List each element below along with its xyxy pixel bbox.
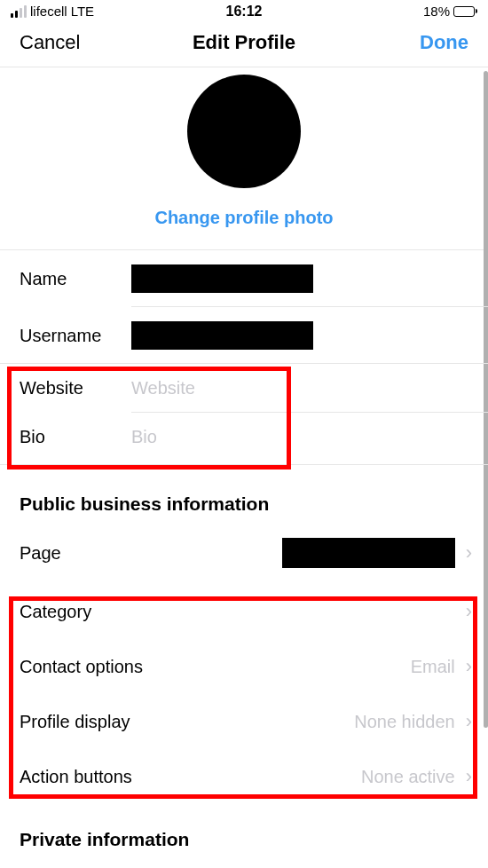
signal-icon: [11, 5, 27, 18]
private-header: Private information: [0, 804, 488, 857]
bio-label: Bio: [20, 427, 131, 447]
clock: 16:12: [226, 4, 263, 20]
done-button[interactable]: Done: [420, 31, 468, 54]
cancel-button[interactable]: Cancel: [20, 31, 80, 54]
action-buttons-row[interactable]: Action buttons None active ›: [0, 749, 488, 804]
website-label: Website: [20, 378, 131, 398]
website-input[interactable]: Website: [131, 378, 488, 398]
chevron-right-icon: ›: [466, 655, 472, 678]
contact-options-row[interactable]: Contact options Email ›: [0, 639, 488, 694]
avatar-section: Change profile photo: [0, 67, 488, 250]
profile-display-row[interactable]: Profile display None hidden ›: [0, 694, 488, 749]
business-header: Public business information: [0, 465, 488, 522]
page-row[interactable]: Page ›: [0, 522, 488, 584]
username-label: Username: [20, 326, 131, 346]
bio-row[interactable]: Bio Bio: [0, 413, 488, 465]
change-photo-button[interactable]: Change profile photo: [154, 208, 333, 228]
actions-value: None active: [361, 767, 455, 787]
name-redacted: [131, 264, 313, 293]
status-bar: lifecell LTE 16:12 18%: [0, 0, 488, 20]
page-redacted: [282, 538, 455, 568]
page-title: Edit Profile: [193, 31, 295, 54]
contact-value: Email: [411, 657, 455, 677]
chevron-right-icon: ›: [466, 541, 472, 564]
nav-bar: Cancel Edit Profile Done: [0, 20, 488, 67]
display-value: None hidden: [354, 712, 454, 732]
chevron-right-icon: ›: [466, 765, 472, 788]
carrier-label: lifecell: [30, 4, 67, 19]
battery-icon: [453, 6, 477, 17]
username-row[interactable]: Username: [0, 307, 488, 364]
chevron-right-icon: ›: [466, 600, 472, 623]
chevron-right-icon: ›: [466, 710, 472, 733]
actions-label: Action buttons: [20, 767, 361, 787]
bio-input[interactable]: Bio: [131, 427, 488, 447]
contact-label: Contact options: [20, 657, 411, 677]
category-row[interactable]: Category ›: [0, 584, 488, 639]
page-label: Page: [20, 543, 282, 564]
name-row[interactable]: Name: [0, 250, 488, 307]
battery-percent: 18%: [423, 4, 450, 19]
category-label: Category: [20, 602, 455, 622]
name-label: Name: [20, 269, 131, 289]
username-redacted: [131, 321, 313, 350]
network-label: LTE: [71, 4, 94, 19]
display-label: Profile display: [20, 712, 354, 732]
website-row[interactable]: Website Website: [0, 364, 488, 413]
avatar[interactable]: [187, 75, 301, 188]
